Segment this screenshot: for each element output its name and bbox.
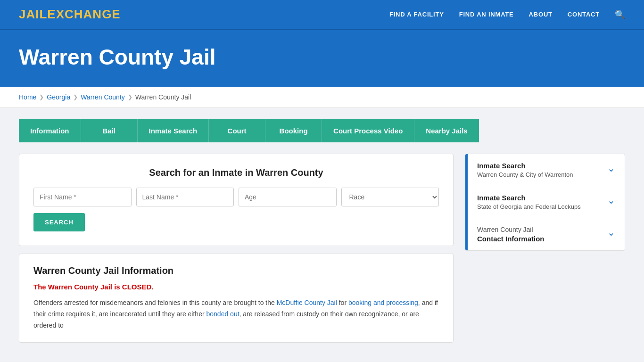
breadcrumb-sep-2: ❯	[73, 94, 78, 100]
chevron-down-icon-1: ⌄	[607, 163, 615, 174]
logo-jail: JAIL	[19, 7, 47, 21]
age-input[interactable]	[239, 188, 337, 206]
search-button[interactable]: SEARCH	[33, 213, 85, 231]
sidebar-sub-1: Warren County & City of Warrenton	[477, 171, 573, 178]
breadcrumb-georgia[interactable]: Georgia	[47, 93, 70, 101]
logo-exchange-rest: XCHANGE	[56, 7, 121, 21]
sidebar-inmate-search-local[interactable]: Inmate Search Warren County & City of Wa…	[465, 154, 625, 186]
inmate-search-box: Search for an Inmate in Warren County Ra…	[19, 154, 454, 246]
nav-find-inmate[interactable]: FIND AN INMATE	[459, 11, 514, 18]
tab-information[interactable]: Information	[19, 119, 81, 142]
info-title: Warren County Jail Information	[33, 265, 439, 276]
main-content: Search for an Inmate in Warren County Ra…	[0, 142, 644, 354]
breadcrumb-sep-3: ❯	[128, 94, 132, 100]
nav-about[interactable]: ABOUT	[529, 11, 553, 18]
breadcrumb-warren-county[interactable]: Warren County	[81, 93, 125, 101]
logo[interactable]: JAILEXCHANGE	[19, 7, 121, 22]
link-mcduffie[interactable]: McDuffie County Jail	[277, 299, 337, 306]
info-body-text: Offenders arrested for misdemeanors and …	[33, 299, 277, 306]
sidebar-contact-label: Contact Information	[477, 235, 545, 243]
breadcrumb-bar: Home ❯ Georgia ❯ Warren County ❯ Warren …	[0, 87, 644, 108]
page-title: Warren County Jail	[19, 44, 625, 70]
tab-court[interactable]: Court	[209, 119, 265, 142]
tab-booking[interactable]: Booking	[265, 119, 322, 142]
hero-section: Warren County Jail	[0, 30, 644, 87]
nav-links: FIND A FACILITY FIND AN INMATE ABOUT CON…	[389, 9, 625, 20]
breadcrumb: Home ❯ Georgia ❯ Warren County ❯ Warren …	[19, 93, 625, 101]
sidebar-item-left-1: Inmate Search Warren County & City of Wa…	[477, 162, 573, 178]
sidebar-contact-info[interactable]: Warren County Jail Contact Information ⌄	[465, 218, 625, 250]
sidebar-contact-jail: Warren County Jail	[477, 226, 545, 233]
nav-contact[interactable]: CONTACT	[568, 11, 600, 18]
info-box: Warren County Jail Information The Warre…	[19, 254, 454, 343]
tab-court-process-video[interactable]: Court Process Video	[322, 119, 414, 142]
last-name-input[interactable]	[136, 188, 234, 206]
tabs: Information Bail Inmate Search Court Boo…	[19, 119, 625, 142]
breadcrumb-current: Warren County Jail	[135, 93, 191, 101]
logo-exchange-x: E	[47, 7, 56, 21]
search-fields: Race White Black Hispanic Asian Other	[33, 188, 439, 206]
sidebar-title-2: Inmate Search	[477, 194, 581, 202]
search-icon[interactable]: 🔍	[615, 9, 625, 20]
tabs-bar: Information Bail Inmate Search Court Boo…	[0, 108, 644, 142]
navbar: JAILEXCHANGE FIND A FACILITY FIND AN INM…	[0, 0, 644, 30]
first-name-input[interactable]	[33, 188, 132, 206]
sidebar-item-left-2: Inmate Search State of Georgia and Feder…	[477, 194, 581, 210]
right-sidebar: Inmate Search Warren County & City of Wa…	[465, 154, 625, 343]
sidebar-title-1: Inmate Search	[477, 162, 573, 170]
sidebar-inmate-search-state[interactable]: Inmate Search State of Georgia and Feder…	[465, 186, 625, 218]
tab-inmate-search[interactable]: Inmate Search	[138, 119, 209, 142]
link-booking[interactable]: booking and processing	[348, 299, 418, 306]
nav-find-facility[interactable]: FIND A FACILITY	[389, 11, 444, 18]
breadcrumb-sep-1: ❯	[39, 94, 44, 100]
chevron-down-icon-3: ⌄	[607, 227, 615, 238]
breadcrumb-home[interactable]: Home	[19, 93, 36, 101]
closed-notice: The Warren County Jail is CLOSED.	[33, 283, 439, 291]
sidebar-sub-2: State of Georgia and Federal Lockups	[477, 203, 581, 210]
info-middle: for	[337, 299, 348, 306]
search-heading: Search for an Inmate in Warren County	[33, 167, 439, 178]
info-body: Offenders arrested for misdemeanors and …	[33, 297, 439, 331]
race-select[interactable]: Race White Black Hispanic Asian Other	[341, 188, 439, 206]
sidebar-card: Inmate Search Warren County & City of Wa…	[465, 154, 625, 251]
chevron-down-icon-2: ⌄	[607, 195, 615, 206]
tab-bail[interactable]: Bail	[81, 119, 138, 142]
sidebar-item-left-3: Warren County Jail Contact Information	[477, 226, 545, 243]
left-column: Search for an Inmate in Warren County Ra…	[19, 154, 454, 343]
sidebar-accent-bar	[465, 154, 468, 250]
tab-nearby-jails[interactable]: Nearby Jails	[414, 119, 479, 142]
link-bonded[interactable]: bonded out	[206, 310, 239, 318]
